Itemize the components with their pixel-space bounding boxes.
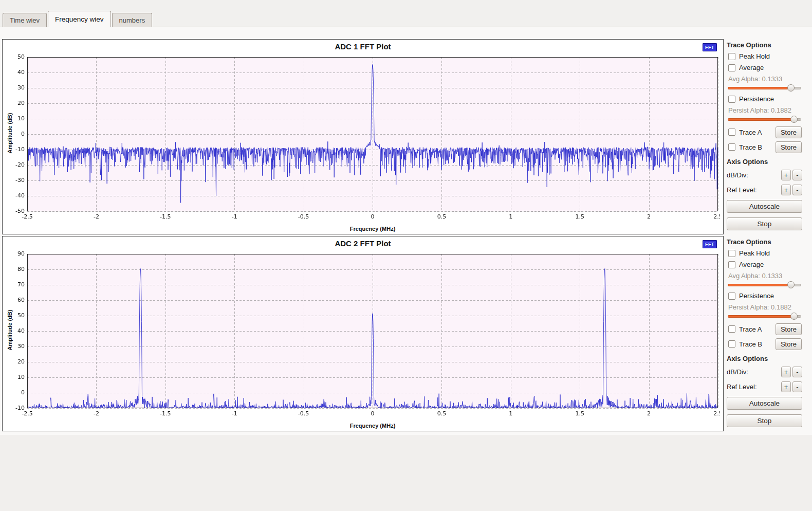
- store-trace-b-button[interactable]: Store: [776, 141, 802, 153]
- persistence-label: Persistence: [739, 95, 774, 103]
- empty-area: [0, 435, 812, 511]
- db-div-plus-button[interactable]: +: [781, 367, 791, 377]
- stop-button[interactable]: Stop: [727, 414, 802, 427]
- avg-alpha-label: Avg Alpha: 0.1333: [728, 75, 802, 83]
- adc2-plot-title: ADC 2 FFT Plot: [3, 239, 723, 248]
- persistence-checkbox[interactable]: [728, 293, 735, 300]
- peak-hold-label: Peak Hold: [739, 52, 770, 60]
- db-div-plus-button[interactable]: +: [781, 170, 791, 180]
- tab-bar: Time wiev Frequency wiev numbers: [3, 11, 153, 27]
- slider-fill: [728, 284, 791, 286]
- adc2-fft-plot-frame: ADC 2 FFT Plot FFT Amplitude (dB) Freque…: [2, 236, 724, 431]
- store-trace-a-button[interactable]: Store: [776, 323, 802, 335]
- peak-hold-row: Peak Hold: [728, 52, 802, 60]
- peak-hold-checkbox[interactable]: [728, 250, 735, 257]
- ref-level-plus-button[interactable]: +: [781, 185, 791, 195]
- stop-button[interactable]: Stop: [727, 217, 802, 230]
- trace-a-checkbox[interactable]: [728, 129, 735, 136]
- peak-hold-checkbox[interactable]: [728, 53, 735, 60]
- fft-badge: FFT: [703, 43, 717, 51]
- autoscale-button[interactable]: Autoscale: [727, 200, 802, 213]
- db-div-label: dB/Div:: [727, 171, 748, 179]
- persist-alpha-slider[interactable]: [728, 313, 801, 320]
- slider-handle[interactable]: [787, 281, 795, 288]
- ref-level-minus-button[interactable]: -: [792, 185, 802, 195]
- adc1-x-axis-label: Frequency (MHz): [27, 226, 718, 232]
- avg-alpha-slider[interactable]: [728, 84, 801, 92]
- average-checkbox[interactable]: [728, 64, 735, 71]
- average-row: Average: [728, 64, 802, 71]
- ref-level-plus-button[interactable]: +: [781, 381, 791, 392]
- adc2-trace-options-panel: Trace Options Peak Hold Average Avg Alph…: [725, 236, 805, 432]
- ref-level-row: Ref Level: + -: [727, 381, 802, 392]
- persist-alpha-slider[interactable]: [728, 116, 801, 123]
- ref-level-minus-button[interactable]: -: [792, 381, 802, 392]
- slider-handle[interactable]: [787, 84, 795, 92]
- trace-b-label: Trace B: [739, 143, 762, 151]
- db-div-label: dB/Div:: [727, 368, 748, 376]
- adc1-fft-canvas[interactable]: [7, 52, 720, 224]
- store-trace-a-button[interactable]: Store: [776, 126, 802, 138]
- autoscale-button[interactable]: Autoscale: [727, 397, 802, 410]
- trace-b-checkbox[interactable]: [728, 340, 735, 348]
- tab-time-view[interactable]: Time wiev: [3, 13, 47, 27]
- average-label: Average: [739, 261, 764, 268]
- trace-b-checkbox[interactable]: [728, 143, 735, 151]
- db-div-row: dB/Div: + -: [727, 169, 802, 180]
- slider-handle[interactable]: [790, 116, 798, 123]
- ref-level-row: Ref Level: + -: [727, 184, 802, 195]
- trace-a-checkbox[interactable]: [728, 325, 735, 333]
- db-div-minus-button[interactable]: -: [792, 170, 802, 180]
- adc1-trace-options-panel: Trace Options Peak Hold Average Avg Alph…: [725, 39, 805, 235]
- adc1-fft-plot-frame: ADC 1 FFT Plot FFT Amplitude (dB) Freque…: [2, 39, 724, 234]
- trace-a-label: Trace A: [739, 129, 762, 136]
- fft-badge: FFT: [703, 240, 717, 248]
- average-row: Average: [728, 261, 802, 268]
- axis-options-title: Axis Options: [727, 355, 802, 362]
- avg-alpha-label: Avg Alpha: 0.1333: [728, 272, 802, 280]
- trace-options-title: Trace Options: [727, 238, 802, 246]
- trace-b-label: Trace B: [739, 340, 762, 348]
- persistence-label: Persistence: [739, 292, 774, 300]
- slider-fill: [728, 315, 794, 318]
- db-div-row: dB/Div: + -: [727, 366, 802, 377]
- average-checkbox[interactable]: [728, 261, 735, 268]
- trace-options-title: Trace Options: [727, 41, 802, 49]
- db-div-minus-button[interactable]: -: [792, 367, 802, 377]
- slider-handle[interactable]: [790, 313, 798, 320]
- ref-level-label: Ref Level:: [727, 186, 757, 194]
- peak-hold-label: Peak Hold: [739, 249, 770, 257]
- axis-options-title: Axis Options: [727, 158, 802, 166]
- tab-frequency-view[interactable]: Frequency wiev: [48, 11, 111, 27]
- average-label: Average: [739, 64, 764, 71]
- adc2-fft-canvas[interactable]: [7, 249, 720, 421]
- trace-a-row: Trace A Store: [728, 323, 802, 335]
- trace-b-row: Trace B Store: [728, 338, 802, 350]
- adc2-x-axis-label: Frequency (MHz): [27, 423, 718, 429]
- slider-fill: [728, 87, 791, 89]
- persist-alpha-label: Persist Alpha: 0.1882: [728, 106, 802, 114]
- tab-content-area: ADC 1 FFT Plot FFT Amplitude (dB) Freque…: [0, 27, 812, 511]
- peak-hold-row: Peak Hold: [728, 249, 802, 257]
- avg-alpha-slider[interactable]: [728, 281, 801, 288]
- persistence-row: Persistence: [728, 292, 802, 300]
- tab-numbers[interactable]: numbers: [112, 13, 153, 27]
- store-trace-b-button[interactable]: Store: [776, 338, 802, 350]
- persistence-checkbox[interactable]: [728, 96, 735, 103]
- trace-a-row: Trace A Store: [728, 126, 802, 138]
- slider-fill: [728, 118, 794, 121]
- adc1-plot-title: ADC 1 FFT Plot: [3, 42, 723, 51]
- persistence-row: Persistence: [728, 95, 802, 103]
- ref-level-label: Ref Level:: [727, 383, 757, 391]
- trace-a-label: Trace A: [739, 325, 762, 333]
- persist-alpha-label: Persist Alpha: 0.1882: [728, 303, 802, 311]
- trace-b-row: Trace B Store: [728, 141, 802, 153]
